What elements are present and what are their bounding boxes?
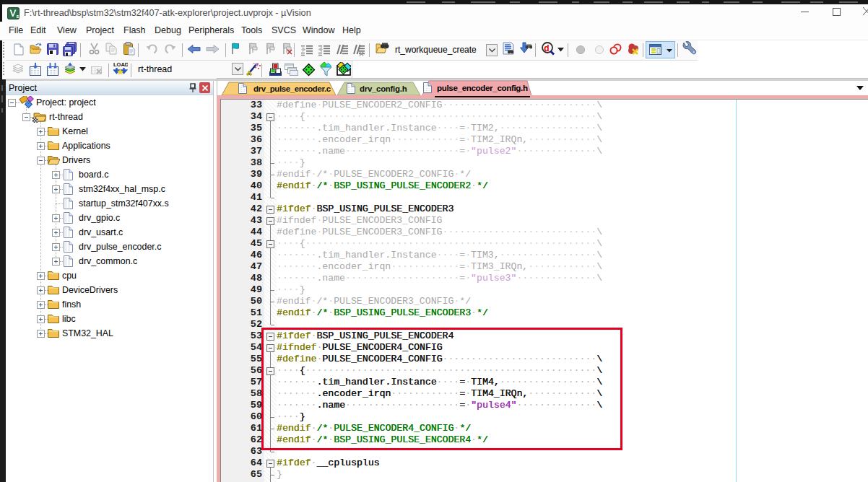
svg-text:s: s bbox=[17, 14, 19, 19]
svg-text:d: d bbox=[544, 43, 549, 53]
svg-text:LOAD: LOAD bbox=[113, 61, 128, 68]
